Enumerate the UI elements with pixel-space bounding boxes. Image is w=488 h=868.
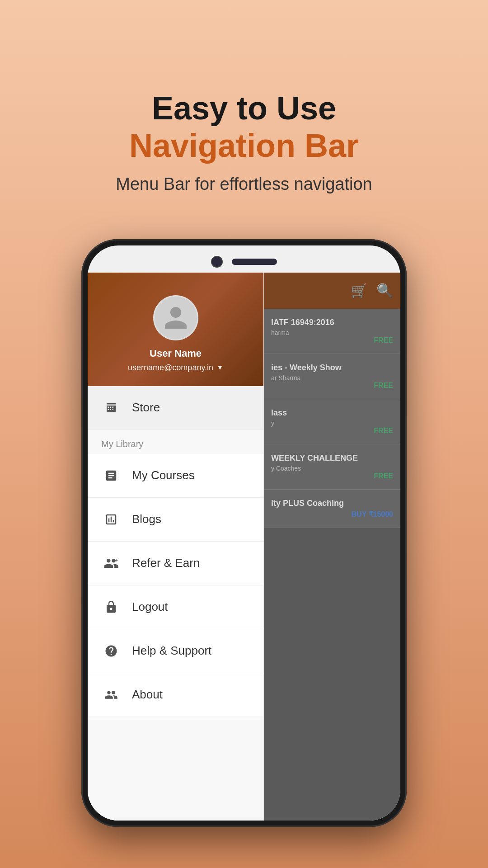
free-badge: FREE xyxy=(374,427,393,435)
help-support-label: Help & Support xyxy=(132,644,211,658)
about-label: About xyxy=(132,688,163,702)
heading-line1: Easy to Use xyxy=(116,90,372,126)
blogs-icon xyxy=(101,509,121,529)
store-icon xyxy=(101,398,121,418)
item-sub: ar Sharma xyxy=(271,374,393,382)
about-icon xyxy=(101,685,121,705)
logout-icon xyxy=(101,597,121,617)
search-icon: 🔍 xyxy=(376,283,393,298)
screen-content: User Name username@company.in ▼ xyxy=(88,273,400,821)
user-email: username@company.in xyxy=(128,363,213,373)
menu-item-store[interactable]: Store xyxy=(88,386,263,430)
list-item: lass y FREE xyxy=(264,399,400,444)
avatar xyxy=(153,295,198,340)
phone-frame: User Name username@company.in ▼ xyxy=(81,239,407,827)
my-courses-icon xyxy=(101,466,121,486)
list-item: ies - Weekly Show ar Sharma FREE xyxy=(264,354,400,399)
drawer-menu: Store My Library My Courses xyxy=(88,386,263,821)
list-item: IATF 16949:2016 harma FREE xyxy=(264,309,400,354)
list-item: ity PLUS Coaching BUY ₹15000 xyxy=(264,490,400,528)
item-title: ity PLUS Coaching xyxy=(271,499,393,508)
menu-item-my-courses[interactable]: My Courses xyxy=(88,454,263,498)
buy-badge: BUY ₹15000 xyxy=(352,510,393,519)
header-section: Easy to Use Navigation Bar Menu Bar for … xyxy=(116,0,372,194)
help-support-icon xyxy=(101,641,121,661)
blogs-label: Blogs xyxy=(132,512,161,526)
phone-mockup: User Name username@company.in ▼ xyxy=(81,239,407,827)
free-badge: FREE xyxy=(374,382,393,390)
cart-icon: 🛒 xyxy=(351,283,367,298)
phone-screen: User Name username@company.in ▼ xyxy=(88,245,400,821)
item-sub: harma xyxy=(271,329,393,336)
free-badge: FREE xyxy=(374,472,393,480)
heading-line2: Navigation Bar xyxy=(116,126,372,165)
speaker-grille xyxy=(232,259,277,265)
item-sub: y xyxy=(271,420,393,427)
item-title: ies - Weekly Show xyxy=(271,363,393,373)
right-app-header: 🛒 🔍 xyxy=(264,273,400,309)
item-title: lass xyxy=(271,408,393,418)
menu-item-blogs[interactable]: Blogs xyxy=(88,498,263,542)
refer-earn-icon: + xyxy=(101,553,121,573)
content-list: IATF 16949:2016 harma FREE ies - Weekly … xyxy=(264,309,400,821)
refer-earn-label: Refer & Earn xyxy=(132,556,200,570)
my-library-section: My Library xyxy=(88,430,263,454)
logout-label: Logout xyxy=(132,600,168,614)
user-email-row: username@company.in ▼ xyxy=(128,363,223,373)
menu-item-logout[interactable]: Logout xyxy=(88,585,263,629)
drawer-header: User Name username@company.in ▼ xyxy=(88,273,263,386)
menu-item-about[interactable]: About xyxy=(88,673,263,717)
phone-notch xyxy=(181,254,307,270)
user-name: User Name xyxy=(150,348,202,359)
my-courses-label: My Courses xyxy=(132,468,195,482)
list-item: WEEKLY CHALLENGE y Coaches FREE xyxy=(264,444,400,490)
right-panel: 🛒 🔍 IATF 16949:2016 harma FREE ies - Wee… xyxy=(264,273,400,821)
svg-text:+: + xyxy=(115,557,118,563)
menu-item-help-support[interactable]: Help & Support xyxy=(88,629,263,673)
item-sub: y Coaches xyxy=(271,465,393,472)
item-title: IATF 16949:2016 xyxy=(271,318,393,327)
camera-icon xyxy=(211,256,223,268)
item-title: WEEKLY CHALLENGE xyxy=(271,453,393,463)
dropdown-arrow-icon: ▼ xyxy=(217,364,223,371)
drawer-panel: User Name username@company.in ▼ xyxy=(88,273,264,821)
store-label: Store xyxy=(132,401,160,415)
menu-item-refer-earn[interactable]: + Refer & Earn xyxy=(88,542,263,585)
subtitle: Menu Bar for effortless navigation xyxy=(116,175,372,194)
free-badge: FREE xyxy=(374,336,393,344)
